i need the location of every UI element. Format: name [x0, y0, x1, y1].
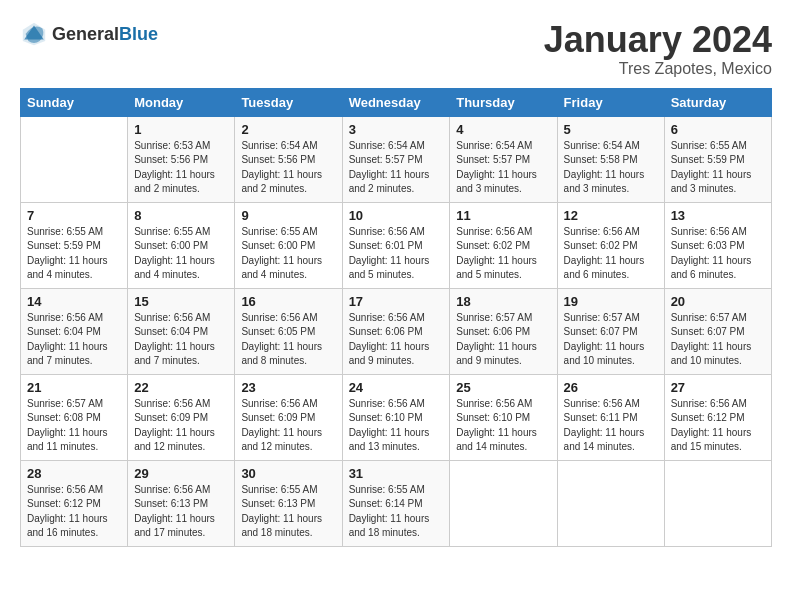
day-number: 27: [671, 380, 765, 395]
calendar-cell: 8Sunrise: 6:55 AMSunset: 6:00 PMDaylight…: [128, 202, 235, 288]
day-number: 1: [134, 122, 228, 137]
day-detail: Sunrise: 6:56 AMSunset: 6:04 PMDaylight:…: [27, 311, 121, 369]
day-number: 28: [27, 466, 121, 481]
day-detail: Sunrise: 6:57 AMSunset: 6:07 PMDaylight:…: [564, 311, 658, 369]
logo-wordmark: General Blue: [52, 24, 158, 45]
calendar-cell: 23Sunrise: 6:56 AMSunset: 6:09 PMDayligh…: [235, 374, 342, 460]
day-detail: Sunrise: 6:54 AMSunset: 5:56 PMDaylight:…: [241, 139, 335, 197]
calendar-cell: 12Sunrise: 6:56 AMSunset: 6:02 PMDayligh…: [557, 202, 664, 288]
day-detail: Sunrise: 6:57 AMSunset: 6:07 PMDaylight:…: [671, 311, 765, 369]
day-detail: Sunrise: 6:56 AMSunset: 6:04 PMDaylight:…: [134, 311, 228, 369]
weekday-header-saturday: Saturday: [664, 88, 771, 116]
day-number: 14: [27, 294, 121, 309]
calendar-cell: 9Sunrise: 6:55 AMSunset: 6:00 PMDaylight…: [235, 202, 342, 288]
day-number: 29: [134, 466, 228, 481]
weekday-header-sunday: Sunday: [21, 88, 128, 116]
day-number: 22: [134, 380, 228, 395]
day-number: 8: [134, 208, 228, 223]
calendar-body: 1Sunrise: 6:53 AMSunset: 5:56 PMDaylight…: [21, 116, 772, 546]
weekday-header-row: SundayMondayTuesdayWednesdayThursdayFrid…: [21, 88, 772, 116]
calendar-cell: [450, 460, 557, 546]
day-detail: Sunrise: 6:56 AMSunset: 6:12 PMDaylight:…: [671, 397, 765, 455]
calendar-title: January 2024: [544, 20, 772, 60]
logo-icon: [20, 20, 48, 48]
calendar-cell: 16Sunrise: 6:56 AMSunset: 6:05 PMDayligh…: [235, 288, 342, 374]
day-number: 25: [456, 380, 550, 395]
day-number: 26: [564, 380, 658, 395]
calendar-cell: 27Sunrise: 6:56 AMSunset: 6:12 PMDayligh…: [664, 374, 771, 460]
calendar-week-2: 7Sunrise: 6:55 AMSunset: 5:59 PMDaylight…: [21, 202, 772, 288]
calendar-table: SundayMondayTuesdayWednesdayThursdayFrid…: [20, 88, 772, 547]
calendar-cell: 20Sunrise: 6:57 AMSunset: 6:07 PMDayligh…: [664, 288, 771, 374]
calendar-cell: 31Sunrise: 6:55 AMSunset: 6:14 PMDayligh…: [342, 460, 450, 546]
day-detail: Sunrise: 6:55 AMSunset: 5:59 PMDaylight:…: [27, 225, 121, 283]
calendar-cell: 14Sunrise: 6:56 AMSunset: 6:04 PMDayligh…: [21, 288, 128, 374]
day-detail: Sunrise: 6:57 AMSunset: 6:08 PMDaylight:…: [27, 397, 121, 455]
day-detail: Sunrise: 6:53 AMSunset: 5:56 PMDaylight:…: [134, 139, 228, 197]
day-detail: Sunrise: 6:55 AMSunset: 6:00 PMDaylight:…: [241, 225, 335, 283]
logo-text-general: General: [52, 24, 119, 45]
day-number: 9: [241, 208, 335, 223]
day-detail: Sunrise: 6:56 AMSunset: 6:10 PMDaylight:…: [456, 397, 550, 455]
calendar-cell: 11Sunrise: 6:56 AMSunset: 6:02 PMDayligh…: [450, 202, 557, 288]
day-detail: Sunrise: 6:54 AMSunset: 5:57 PMDaylight:…: [456, 139, 550, 197]
calendar-cell: 1Sunrise: 6:53 AMSunset: 5:56 PMDaylight…: [128, 116, 235, 202]
calendar-cell: 30Sunrise: 6:55 AMSunset: 6:13 PMDayligh…: [235, 460, 342, 546]
calendar-week-1: 1Sunrise: 6:53 AMSunset: 5:56 PMDaylight…: [21, 116, 772, 202]
logo-text-blue: Blue: [119, 24, 158, 45]
day-detail: Sunrise: 6:56 AMSunset: 6:05 PMDaylight:…: [241, 311, 335, 369]
calendar-cell: [664, 460, 771, 546]
day-number: 5: [564, 122, 658, 137]
day-number: 17: [349, 294, 444, 309]
page-header: General Blue January 2024 Tres Zapotes, …: [20, 20, 772, 78]
day-detail: Sunrise: 6:57 AMSunset: 6:06 PMDaylight:…: [456, 311, 550, 369]
day-detail: Sunrise: 6:55 AMSunset: 5:59 PMDaylight:…: [671, 139, 765, 197]
day-detail: Sunrise: 6:56 AMSunset: 6:02 PMDaylight:…: [564, 225, 658, 283]
calendar-cell: 18Sunrise: 6:57 AMSunset: 6:06 PMDayligh…: [450, 288, 557, 374]
calendar-cell: 25Sunrise: 6:56 AMSunset: 6:10 PMDayligh…: [450, 374, 557, 460]
day-detail: Sunrise: 6:56 AMSunset: 6:01 PMDaylight:…: [349, 225, 444, 283]
calendar-cell: 6Sunrise: 6:55 AMSunset: 5:59 PMDaylight…: [664, 116, 771, 202]
day-number: 7: [27, 208, 121, 223]
day-number: 3: [349, 122, 444, 137]
day-number: 4: [456, 122, 550, 137]
title-block: January 2024 Tres Zapotes, Mexico: [544, 20, 772, 78]
day-detail: Sunrise: 6:55 AMSunset: 6:13 PMDaylight:…: [241, 483, 335, 541]
weekday-header-friday: Friday: [557, 88, 664, 116]
day-detail: Sunrise: 6:55 AMSunset: 6:14 PMDaylight:…: [349, 483, 444, 541]
calendar-subtitle: Tres Zapotes, Mexico: [544, 60, 772, 78]
calendar-cell: 21Sunrise: 6:57 AMSunset: 6:08 PMDayligh…: [21, 374, 128, 460]
calendar-cell: 3Sunrise: 6:54 AMSunset: 5:57 PMDaylight…: [342, 116, 450, 202]
calendar-week-3: 14Sunrise: 6:56 AMSunset: 6:04 PMDayligh…: [21, 288, 772, 374]
calendar-cell: 24Sunrise: 6:56 AMSunset: 6:10 PMDayligh…: [342, 374, 450, 460]
weekday-header-monday: Monday: [128, 88, 235, 116]
day-number: 15: [134, 294, 228, 309]
day-number: 20: [671, 294, 765, 309]
day-detail: Sunrise: 6:54 AMSunset: 5:58 PMDaylight:…: [564, 139, 658, 197]
day-detail: Sunrise: 6:56 AMSunset: 6:13 PMDaylight:…: [134, 483, 228, 541]
day-number: 19: [564, 294, 658, 309]
day-detail: Sunrise: 6:56 AMSunset: 6:03 PMDaylight:…: [671, 225, 765, 283]
day-detail: Sunrise: 6:56 AMSunset: 6:02 PMDaylight:…: [456, 225, 550, 283]
calendar-cell: [557, 460, 664, 546]
day-number: 18: [456, 294, 550, 309]
logo: General Blue: [20, 20, 158, 48]
calendar-cell: 29Sunrise: 6:56 AMSunset: 6:13 PMDayligh…: [128, 460, 235, 546]
calendar-week-4: 21Sunrise: 6:57 AMSunset: 6:08 PMDayligh…: [21, 374, 772, 460]
calendar-cell: 22Sunrise: 6:56 AMSunset: 6:09 PMDayligh…: [128, 374, 235, 460]
day-detail: Sunrise: 6:54 AMSunset: 5:57 PMDaylight:…: [349, 139, 444, 197]
calendar-cell: 28Sunrise: 6:56 AMSunset: 6:12 PMDayligh…: [21, 460, 128, 546]
day-number: 16: [241, 294, 335, 309]
calendar-cell: 26Sunrise: 6:56 AMSunset: 6:11 PMDayligh…: [557, 374, 664, 460]
day-number: 13: [671, 208, 765, 223]
day-number: 21: [27, 380, 121, 395]
day-number: 24: [349, 380, 444, 395]
day-detail: Sunrise: 6:56 AMSunset: 6:09 PMDaylight:…: [241, 397, 335, 455]
calendar-cell: 19Sunrise: 6:57 AMSunset: 6:07 PMDayligh…: [557, 288, 664, 374]
day-number: 11: [456, 208, 550, 223]
day-detail: Sunrise: 6:56 AMSunset: 6:11 PMDaylight:…: [564, 397, 658, 455]
day-number: 23: [241, 380, 335, 395]
day-number: 10: [349, 208, 444, 223]
day-number: 2: [241, 122, 335, 137]
day-number: 30: [241, 466, 335, 481]
